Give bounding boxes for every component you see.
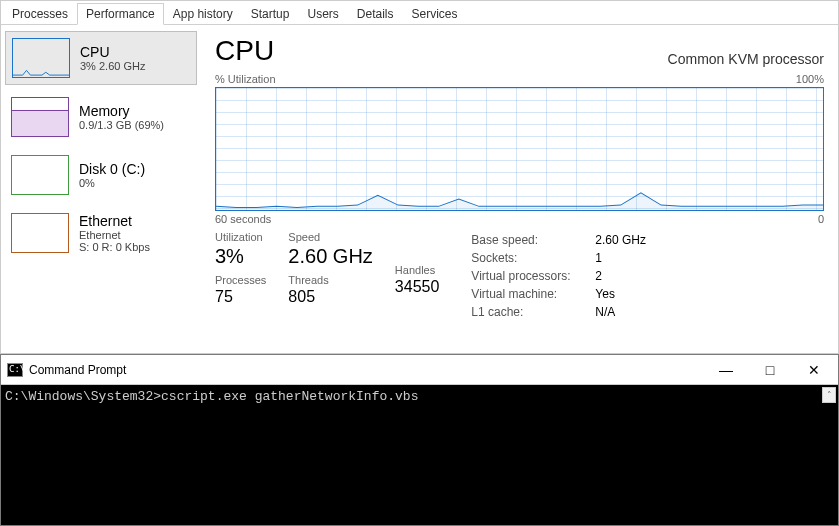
speed-label: Speed xyxy=(288,231,372,243)
sidebar-item-mem[interactable]: Memory0.9/1.3 GB (69%) xyxy=(5,91,197,143)
info-value: 2 xyxy=(595,267,602,285)
info-value: N/A xyxy=(595,303,615,321)
window-controls: — □ ✕ xyxy=(704,355,836,385)
cmd-icon: C:\ xyxy=(7,363,23,377)
info-key: L1 cache: xyxy=(471,303,581,321)
eth-thumbnail xyxy=(11,213,69,253)
info-value: 1 xyxy=(595,249,602,267)
processes-label: Processes xyxy=(215,274,266,286)
tab-services[interactable]: Services xyxy=(403,3,467,24)
tab-details[interactable]: Details xyxy=(348,3,403,24)
sidebar-item-sub: 3% 2.60 GHz xyxy=(80,60,145,72)
info-key: Base speed: xyxy=(471,231,581,249)
handles-label: Handles xyxy=(395,264,440,276)
x-axis-left: 60 seconds xyxy=(215,213,271,225)
threads-label: Threads xyxy=(288,274,372,286)
cmd-titlebar[interactable]: C:\ Command Prompt — □ ✕ xyxy=(1,355,838,385)
tab-processes[interactable]: Processes xyxy=(3,3,77,24)
cpu-info-table: Base speed:2.60 GHzSockets:1Virtual proc… xyxy=(471,231,646,321)
disk-thumbnail xyxy=(11,155,69,195)
tab-users[interactable]: Users xyxy=(298,3,347,24)
sidebar-item-cpu[interactable]: CPU3% 2.60 GHz xyxy=(5,31,197,85)
sidebar-item-sub: 0.9/1.3 GB (69%) xyxy=(79,119,164,131)
handles-value: 34550 xyxy=(395,278,440,296)
sidebar-item-title: Ethernet xyxy=(79,213,150,229)
info-row: Virtual processors:2 xyxy=(471,267,646,285)
info-key: Virtual processors: xyxy=(471,267,581,285)
mem-thumbnail xyxy=(11,97,69,137)
info-row: L1 cache:N/A xyxy=(471,303,646,321)
task-manager-window: ProcessesPerformanceApp historyStartupUs… xyxy=(0,0,839,354)
cpu-thumbnail xyxy=(12,38,70,78)
info-row: Base speed:2.60 GHz xyxy=(471,231,646,249)
command-prompt-window: C:\ Command Prompt — □ ✕ ˄ C:\Windows\Sy… xyxy=(0,354,839,526)
sidebar-item-disk[interactable]: Disk 0 (C:)0% xyxy=(5,149,197,201)
minimize-button[interactable]: — xyxy=(704,355,748,385)
perf-main: CPU Common KVM processor % Utilization 1… xyxy=(201,25,838,353)
info-row: Sockets:1 xyxy=(471,249,646,267)
tab-app-history[interactable]: App history xyxy=(164,3,242,24)
sidebar-item-title: Memory xyxy=(79,103,164,119)
maximize-button[interactable]: □ xyxy=(748,355,792,385)
processor-name: Common KVM processor xyxy=(668,51,824,67)
processes-value: 75 xyxy=(215,288,266,306)
sidebar-item-eth[interactable]: EthernetEthernetS: 0 R: 0 Kbps xyxy=(5,207,197,259)
info-value: Yes xyxy=(595,285,615,303)
util-value: 3% xyxy=(215,245,266,268)
info-key: Sockets: xyxy=(471,249,581,267)
util-label: Utilization xyxy=(215,231,266,243)
sidebar-item-title: CPU xyxy=(80,44,145,60)
y-axis-label: % Utilization xyxy=(215,73,276,85)
cpu-util-graph[interactable] xyxy=(215,87,824,211)
scroll-up-icon[interactable]: ˄ xyxy=(822,387,836,403)
sidebar-item-sub: Ethernet xyxy=(79,229,150,241)
cmd-terminal[interactable]: C:\Windows\System32>cscript.exe gatherNe… xyxy=(1,385,838,525)
tab-startup[interactable]: Startup xyxy=(242,3,299,24)
tab-performance[interactable]: Performance xyxy=(77,3,164,25)
page-title: CPU xyxy=(215,35,274,67)
sidebar-item-title: Disk 0 (C:) xyxy=(79,161,145,177)
tab-bar: ProcessesPerformanceApp historyStartupUs… xyxy=(1,1,838,25)
close-button[interactable]: ✕ xyxy=(792,355,836,385)
info-key: Virtual machine: xyxy=(471,285,581,303)
info-row: Virtual machine:Yes xyxy=(471,285,646,303)
speed-value: 2.60 GHz xyxy=(288,245,372,268)
y-axis-max: 100% xyxy=(796,73,824,85)
cmd-title-text: Command Prompt xyxy=(29,363,126,377)
x-axis-right: 0 xyxy=(818,213,824,225)
sidebar-item-sub2: S: 0 R: 0 Kbps xyxy=(79,241,150,253)
info-value: 2.60 GHz xyxy=(595,231,646,249)
threads-value: 805 xyxy=(288,288,372,306)
perf-sidebar: CPU3% 2.60 GHzMemory0.9/1.3 GB (69%)Disk… xyxy=(1,25,201,353)
sidebar-item-sub: 0% xyxy=(79,177,145,189)
